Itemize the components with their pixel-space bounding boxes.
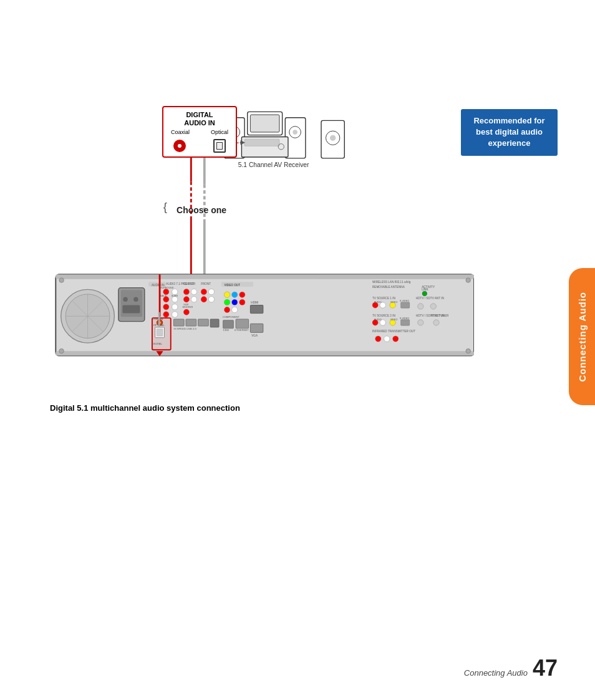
svg-text:LINK: LINK	[422, 288, 428, 291]
svg-rect-130	[173, 319, 184, 326]
svg-rect-126	[155, 327, 165, 338]
svg-text:ACTIVITY: ACTIVITY	[422, 285, 435, 289]
svg-text:SUB: SUB	[183, 304, 188, 306]
svg-point-56	[172, 304, 178, 310]
svg-point-66	[191, 297, 196, 302]
svg-point-74	[208, 297, 214, 302]
svg-point-53	[163, 297, 169, 302]
diagram-svg: 5.1 Channel AV Receiver { Choose one	[50, 93, 474, 374]
svg-text:S-VIDEO: S-VIDEO	[400, 300, 409, 302]
svg-point-71	[201, 289, 206, 294]
svg-text:BACK: BACK	[160, 295, 167, 297]
svg-point-63	[183, 289, 189, 294]
caption-text: Digital 5.1 multichannel audio system co…	[50, 403, 240, 413]
svg-point-39	[59, 278, 64, 282]
svg-point-107	[372, 320, 378, 325]
svg-point-73	[201, 297, 206, 302]
svg-point-117	[433, 320, 439, 325]
svg-text:TV SOURCE  2  IN: TV SOURCE 2 IN	[372, 314, 395, 317]
svg-point-52	[172, 289, 178, 294]
svg-rect-5	[285, 118, 306, 158]
svg-rect-30	[56, 274, 474, 355]
svg-text:SURROUND: SURROUND	[160, 287, 174, 289]
svg-point-41	[59, 348, 64, 353]
svg-rect-112	[401, 320, 410, 325]
svg-text:VIDEO: VIDEO	[390, 319, 398, 321]
svg-text:SURR: SURR	[172, 295, 178, 297]
svg-text:VIDEO OUT: VIDEO OUT	[224, 284, 240, 287]
svg-point-99	[390, 302, 395, 308]
svg-line-38	[72, 300, 103, 332]
svg-rect-44	[121, 290, 142, 317]
svg-point-108	[380, 320, 385, 325]
svg-point-77	[224, 292, 230, 297]
svg-point-119	[375, 336, 381, 342]
svg-point-13	[330, 135, 336, 141]
svg-rect-1	[250, 115, 279, 132]
svg-point-79	[239, 292, 245, 297]
svg-text:VGA: VGA	[251, 334, 258, 337]
svg-text:WIRELESS LAN    802.11 a/b/g: WIRELESS LAN 802.11 a/b/g	[372, 280, 411, 284]
svg-point-96	[372, 302, 378, 308]
svg-point-123	[157, 320, 162, 325]
svg-point-78	[232, 292, 238, 297]
svg-rect-75	[221, 282, 253, 286]
footer: Connecting Audio 47	[464, 655, 558, 681]
svg-point-124	[158, 322, 161, 324]
svg-rect-9	[244, 139, 279, 146]
recommended-box: Recommended for best digital audio exper…	[461, 109, 558, 156]
svg-rect-132	[198, 319, 209, 326]
svg-point-12	[326, 131, 339, 145]
connector-row	[168, 139, 231, 153]
svg-text:INFRARED TRANSMITTER OUT: INFRARED TRANSMITTER OUT	[372, 330, 415, 333]
svg-point-64	[191, 289, 196, 294]
svg-rect-127	[157, 329, 162, 336]
footer-page: 47	[533, 655, 558, 681]
digital-audio-labels: Coaxial Optical	[168, 129, 231, 135]
svg-text:Choose one: Choose one	[177, 205, 226, 215]
svg-text:HDTV / SDTV ANT IN: HDTV / SDTV ANT IN	[416, 297, 444, 300]
svg-rect-86	[250, 305, 263, 314]
diagram-area: DIGITALAUDIO IN Coaxial Optical	[50, 93, 474, 374]
svg-point-115	[418, 320, 423, 325]
svg-point-84	[232, 307, 238, 312]
svg-point-55	[163, 304, 169, 310]
svg-text:S-VIDEO: S-VIDEO	[400, 317, 409, 320]
svg-text:1394: 1394	[223, 328, 230, 332]
svg-text:TV SOURCE  1  IN: TV SOURCE 1 IN	[372, 297, 395, 300]
svg-text:COAXIAL: COAXIAL	[152, 317, 164, 320]
svg-text:DIGITAL: DIGITAL	[152, 342, 163, 345]
svg-point-97	[380, 302, 385, 308]
svg-text:VIDEO: VIDEO	[390, 301, 398, 304]
svg-point-72	[208, 289, 214, 294]
svg-text:{: {	[163, 200, 167, 213]
svg-point-40	[466, 278, 470, 282]
coax-inner	[178, 144, 181, 148]
svg-rect-0	[248, 112, 283, 135]
svg-rect-43	[119, 288, 145, 322]
svg-text:AUDIO 7.1 PRE-OUT: AUDIO 7.1 PRE-OUT	[166, 282, 194, 285]
svg-line-37	[72, 300, 103, 332]
svg-rect-101	[401, 302, 410, 308]
svg-point-82	[239, 299, 245, 305]
svg-marker-27	[241, 140, 245, 145]
digital-audio-title: DIGITALAUDIO IN	[168, 111, 231, 127]
svg-point-104	[418, 304, 423, 309]
svg-rect-88	[250, 324, 263, 332]
coax-connector	[173, 140, 186, 152]
svg-text:5.1 Channel AV Receiver: 5.1 Channel AV Receiver	[238, 161, 309, 168]
svg-point-45	[123, 297, 127, 302]
svg-text:HDTV / SDTV ANT IN: HDTV / SDTV ANT IN	[416, 314, 444, 317]
svg-rect-31	[56, 274, 474, 279]
optical-connector	[213, 139, 226, 153]
svg-text:COMPONENT: COMPONENT	[223, 315, 240, 319]
svg-text:OPTICAL: OPTICAL	[153, 324, 165, 327]
svg-point-83	[224, 307, 230, 312]
svg-rect-137	[236, 319, 248, 328]
svg-text:AUDIO IN: AUDIO IN	[152, 284, 165, 287]
svg-text:CENTER: CENTER	[183, 282, 196, 285]
svg-point-57	[163, 312, 169, 317]
svg-point-121	[393, 336, 399, 342]
svg-point-51	[163, 289, 169, 294]
svg-point-46	[133, 297, 138, 302]
